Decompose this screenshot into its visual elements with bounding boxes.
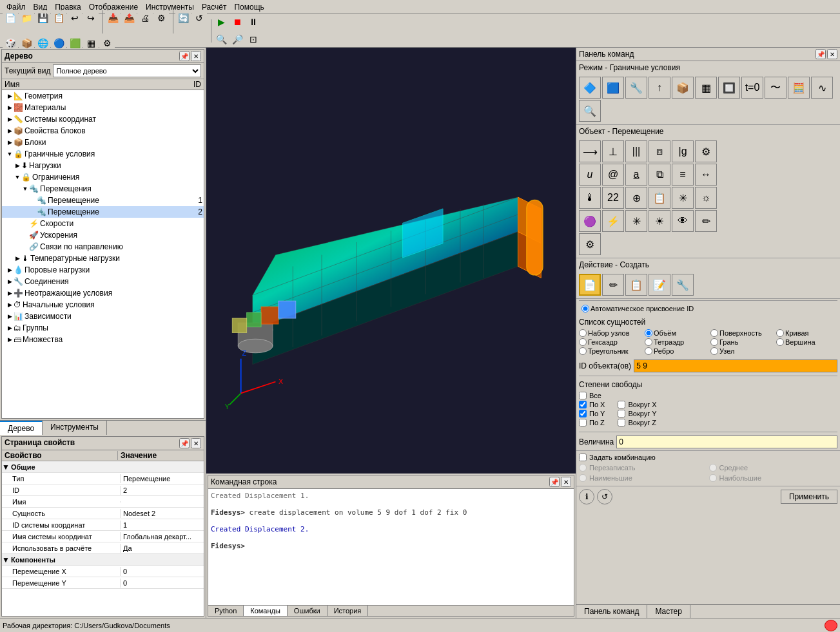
cmd-float-btn[interactable]: 📌 [549,477,560,487]
cmd-tab-python[interactable]: Python [208,606,244,616]
pause-btn[interactable]: ⏸ [246,14,261,30]
rotate-btn[interactable]: 🔄 [175,10,191,26]
combine-max-radio[interactable] [709,474,717,482]
dof-ry-checkbox[interactable] [618,410,625,417]
mode-btn-9[interactable]: 〜 [765,77,786,99]
print-btn[interactable]: 🖨 [137,10,153,26]
mode-btn-4[interactable]: ↑ [649,77,670,99]
bottom-tab-wizard[interactable]: Мастер [647,605,690,618]
run-btn[interactable]: ▶ [213,14,229,30]
entity-vertex-radio[interactable] [776,338,784,346]
info-btn[interactable]: ℹ [579,489,594,504]
action-btn-delete[interactable]: 🔧 [672,274,694,296]
tree-item-initial[interactable]: ▶ ⏱ Начальные условия [2,299,204,311]
undo-action-btn[interactable]: ↺ [597,489,612,504]
combine-avg-radio[interactable] [709,464,717,472]
tree-item-displacements[interactable]: ▼ 🔩 Перемещения [2,183,204,195]
undo-btn[interactable]: ↩ [67,10,83,26]
obj-btn-25[interactable]: ⚙ [579,233,601,255]
tree-float-btn[interactable]: 📌 [179,51,190,61]
open-btn[interactable]: 📁 [19,10,34,26]
obj-btn-24[interactable]: ✏ [695,210,717,232]
tree-item-sets[interactable]: ▶ 🗃 Множества [2,334,204,345]
mode-btn-3[interactable]: 🔧 [625,77,647,99]
fit-btn[interactable]: ⊡ [246,32,261,47]
tree-item-accel[interactable]: 🚀 Ускорения [2,229,204,241]
bottom-tab-commands[interactable]: Панель команд [576,605,647,618]
tree-item-nonrefl[interactable]: ▶ ➕ Неотражающие условия [2,287,204,299]
view-select[interactable]: Полное дерево [53,64,201,77]
zoom-out-btn[interactable]: 🔎 [230,32,245,47]
combine-checkbox[interactable] [579,454,587,461]
obj-btn-4[interactable]: ⧈ [649,140,670,162]
tree-item-bc[interactable]: ▼ 🔒 Граничные условия [2,148,204,160]
tree-item-block-props[interactable]: ▶ 📦 Свойства блоков [2,125,204,137]
tree-close-btn[interactable]: ✕ [191,51,201,61]
tab-tree[interactable]: Дерево [0,421,43,435]
combine-min-radio[interactable] [579,474,587,482]
new-btn[interactable]: 📄 [3,10,18,26]
obj-btn-17[interactable]: ✳ [672,187,694,209]
save-btn[interactable]: 💾 [35,10,50,26]
mode-btn-7[interactable]: 🔲 [718,77,740,99]
action-btn-edit[interactable]: ✏ [602,274,624,296]
menu-help[interactable]: Помощь [230,1,268,13]
entity-nodeset-radio[interactable] [579,329,587,337]
obj-btn-22[interactable]: ☀ [649,210,670,232]
obj-btn-10[interactable]: ⧉ [649,164,670,186]
tree-item-groups[interactable]: ▶ 🗂 Группы [2,322,204,334]
mode-btn-5[interactable]: 📦 [672,77,694,99]
action-btn-list[interactable]: 📋 [625,274,647,296]
action-btn-create[interactable]: 📄 [579,274,601,296]
obj-btn-13[interactable]: 🌡 [579,187,601,209]
dof-y-checkbox[interactable] [579,410,587,417]
cmd-tab-errors[interactable]: Ошибки [288,606,327,616]
dof-rz-checkbox[interactable] [618,419,625,426]
obj-btn-20[interactable]: ⚡ [602,210,624,232]
tree-item-geometry[interactable]: ▶ 📐 Геометрия [2,90,204,102]
tree-item-displacement1[interactable]: 🔩 Перемещение 1 [2,195,204,206]
mode-btn-12[interactable]: 🔍 [579,100,601,122]
mode-btn-6[interactable]: ▦ [695,77,717,99]
viewport[interactable]: Z X Y [206,48,576,474]
combine-overwrite-radio[interactable] [579,464,587,472]
cmd-close-btn[interactable]: ✕ [561,477,571,487]
dof-z-checkbox[interactable] [579,419,587,426]
id-field-input[interactable]: 5 9 [634,359,837,372]
tab-tools[interactable]: Инструменты [43,421,107,435]
tree-item-links[interactable]: 🔗 Связи по направлению [2,241,204,253]
value-input[interactable] [616,436,837,448]
obj-btn-3[interactable]: ||| [625,140,647,162]
export-btn[interactable]: 📤 [121,10,137,26]
tree-item-velocities[interactable]: ⚡ Скорости [2,218,204,229]
tree-item-constraints[interactable]: ▼ 🔒 Ограничения [2,171,204,183]
dof-all-checkbox[interactable] [579,392,587,399]
apply-btn[interactable]: Применить [781,490,837,504]
cmd-tab-history[interactable]: История [327,606,369,616]
tree-item-thermal[interactable]: ▶ 🌡 Температурные нагрузки [2,253,204,264]
entity-tri-radio[interactable] [579,347,587,355]
props-float-btn[interactable]: 📌 [179,438,190,448]
obj-btn-19[interactable]: 🟣 [579,210,601,232]
mode-btn-8[interactable]: t=0 [741,77,763,99]
entity-volume-radio[interactable] [645,329,652,337]
props-close-btn[interactable]: ✕ [191,438,201,448]
obj-btn-15[interactable]: ⊕ [625,187,647,209]
tree-item-displacement2[interactable]: 🔩 Перемещение 2 [2,206,204,218]
tree-item-blocks[interactable]: ▶ 📦 Блоки [2,137,204,148]
import-btn[interactable]: 📥 [105,10,121,26]
obj-btn-14[interactable]: 22 [602,187,624,209]
obj-btn-11[interactable]: ≡ [672,164,694,186]
mode-btn-2[interactable]: 🟦 [602,77,624,99]
obj-btn-2[interactable]: ⊥ [602,140,624,162]
reset-btn[interactable]: ↺ [191,10,207,26]
dof-x-checkbox[interactable] [579,401,587,408]
obj-btn-8[interactable]: @ [602,164,624,186]
tree-item-deps[interactable]: ▶ 📊 Зависимости [2,311,204,322]
prop-btn[interactable]: ⚙ [153,10,169,26]
stop-btn[interactable]: ⏹ [230,14,245,30]
obj-btn-6[interactable]: ⚙ [695,140,717,162]
tree-item-materials[interactable]: ▶ 🧱 Материалы [2,102,204,113]
tree-item-pore[interactable]: ▶ 💧 Поровые нагрузки [2,264,204,276]
tree-item-coords[interactable]: ▶ 📏 Системы координат [2,113,204,125]
